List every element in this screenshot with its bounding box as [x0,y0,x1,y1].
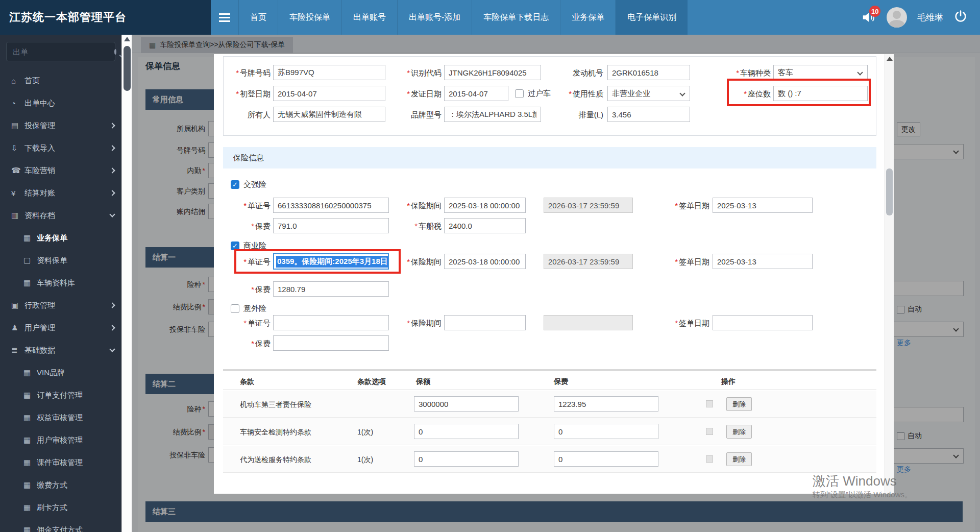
ywx-premium-input[interactable] [273,335,389,351]
sidebar-item-order-pay-mgmt[interactable]: ▦订单支付管理 [0,384,121,406]
jqx-tax-input[interactable] [444,218,526,233]
sidebar-item-settlement[interactable]: ¥结算对账 [0,182,121,204]
checkbox-icon[interactable]: ✓ [515,89,524,98]
sidebar-item-archive[interactable]: ▥资料存档 [0,204,121,227]
sidebar-item-rights-audit[interactable]: ▦权益审核管理 [0,406,121,429]
issue-date-input[interactable] [444,86,508,101]
period-label: *保险期间 [375,319,442,328]
sidebar-item-home[interactable]: ⌂首页 [0,69,121,92]
tab-issue-account-add[interactable]: 出单账号-添加 [397,0,472,35]
delete-button[interactable]: 删除 [726,397,752,411]
sidebar-item-issue-center[interactable]: ◔出单中心 [0,92,121,114]
brand-input[interactable] [444,107,541,122]
logout-icon[interactable] [953,9,968,26]
modal-scrollbar[interactable] [885,54,894,494]
jqx-period-start-input[interactable] [444,198,526,213]
table-row: 代为送检服务特约条款 1(次) 删除 [223,446,876,473]
ywx-period-start-input[interactable] [444,315,526,330]
chevron-right-icon [109,190,115,196]
tab-policy-download-log[interactable]: 车险保单下载日志 [472,0,560,35]
scroll-up-icon[interactable] [887,57,893,61]
premium-label: *保费 [204,339,271,349]
jqx-sign-date-input[interactable] [713,198,813,213]
sidebar-item-user-mgmt[interactable]: ♟用户管理 [0,317,121,339]
premium-input[interactable] [554,396,658,412]
sidebar-scrollbar[interactable] [121,35,132,532]
topbar-right-cluster: 10 毛维琳 [861,0,980,35]
plate-input[interactable] [273,65,385,80]
sidebar-item-base-data[interactable]: ≣基础数据 [0,339,121,361]
sidebar-item-vin-brand[interactable]: ▦VIN品牌 [0,361,121,384]
vin-input[interactable] [444,65,541,80]
sidebar-item-commission-pay[interactable]: ▦佣金支付方式 [0,519,121,532]
scrollbar-thumb[interactable] [124,46,131,91]
compulsory-insurance-checkbox[interactable]: ✓交强险 [231,180,266,189]
row-checkbox[interactable] [706,428,713,435]
seats-input[interactable] [773,86,868,101]
commercial-insurance-checkbox[interactable]: ✓商业险 [231,241,266,251]
scroll-up-icon[interactable] [124,37,130,41]
username-label: 毛维琳 [917,12,943,23]
tab-business-policy[interactable]: 业务保单 [560,0,616,35]
sidebar-item-motor-marketing[interactable]: ☎车险营销 [0,159,121,182]
sidebar-item-download-import[interactable]: ⇩下载导入 [0,137,121,159]
syx-policy-no-input[interactable]: 0359。保险期间:2025年3月18日 [273,253,389,270]
tab-issue-account[interactable]: 出单账号 [341,0,397,35]
speaker-icon[interactable]: 10 [861,10,876,25]
syx-period-start-input[interactable] [444,254,526,269]
user-avatar[interactable] [887,7,907,28]
syx-premium-input[interactable] [273,281,389,297]
grid-icon: ▦ [23,413,37,422]
table-row: 车辆安全检测特约条款 1(次) 删除 [223,418,876,445]
premium-input[interactable] [554,451,658,467]
accident-insurance-checkbox[interactable]: ✓意外险 [231,304,266,313]
hamburger-menu-icon[interactable] [211,0,238,35]
sidebar-item-payment-method[interactable]: ▦缴费方式 [0,474,121,496]
sidebar-search-input[interactable] [13,47,114,56]
vehicle-type-select[interactable]: 客车 [773,65,868,80]
checkbox-checked-icon[interactable]: ✓ [231,180,239,189]
ywx-policy-no-input[interactable] [273,315,389,330]
windows-activate-watermark-sub: 转到“设置”以激活 Windows。 [813,490,912,500]
sidebar-item-vehicle-library[interactable]: ▦车辆资料库 [0,272,121,294]
engine-input[interactable] [607,65,690,80]
sidebar-item-admin-mgmt[interactable]: ▣行政管理 [0,294,121,317]
policy-no-label: *单证号 [204,201,271,211]
jqx-policy-no-input[interactable] [273,198,389,213]
sidebar-item-archive-policy[interactable]: ▢资料保单 [0,249,121,272]
amount-input[interactable] [414,424,519,439]
sidebar-item-courseware-audit[interactable]: ▦课件审核管理 [0,451,121,474]
tab-epolicy-recognition[interactable]: 电子保单识别 [616,0,688,35]
delete-button[interactable]: 删除 [726,425,752,439]
scrollbar-thumb[interactable] [886,168,893,215]
ywx-sign-date-input[interactable] [713,315,813,330]
search-icon[interactable] [114,49,116,55]
brand-label: 品牌型号 [375,110,442,120]
displacement-input[interactable] [607,107,690,122]
first-reg-input[interactable] [273,86,385,101]
amount-input[interactable] [414,451,519,467]
syx-sign-date-input[interactable] [713,254,813,269]
checkbox-icon[interactable]: ✓ [231,304,239,313]
row-checkbox[interactable] [706,455,713,463]
delete-button[interactable]: 删除 [726,452,752,466]
tab-home[interactable]: 首页 [238,0,278,35]
table-top-divider [223,369,876,371]
chevron-right-icon [109,325,115,330]
usage-select[interactable]: 非营业企业 [607,86,690,101]
sidebar-item-business-policy[interactable]: ▦业务保单 [0,227,121,249]
archive-icon: ▥ [11,211,24,220]
sidebar-search[interactable] [6,42,115,61]
checkbox-checked-icon[interactable]: ✓ [231,241,239,250]
sign-date-label: *签单日期 [643,319,709,328]
jqx-premium-input[interactable] [273,218,389,233]
amount-input[interactable] [414,396,519,412]
owner-input[interactable] [273,107,385,122]
sidebar-item-user-audit[interactable]: ▦用户审核管理 [0,429,121,451]
tab-motor-proposal[interactable]: 车险投保单 [278,0,341,35]
sidebar-item-card-method[interactable]: ▦刷卡方式 [0,496,121,519]
sidebar-item-proposal-mgmt[interactable]: ▤投保管理 [0,114,121,137]
row-checkbox[interactable] [706,400,713,407]
displacement-label: 排量(L) [537,110,603,120]
premium-input[interactable] [554,424,658,439]
